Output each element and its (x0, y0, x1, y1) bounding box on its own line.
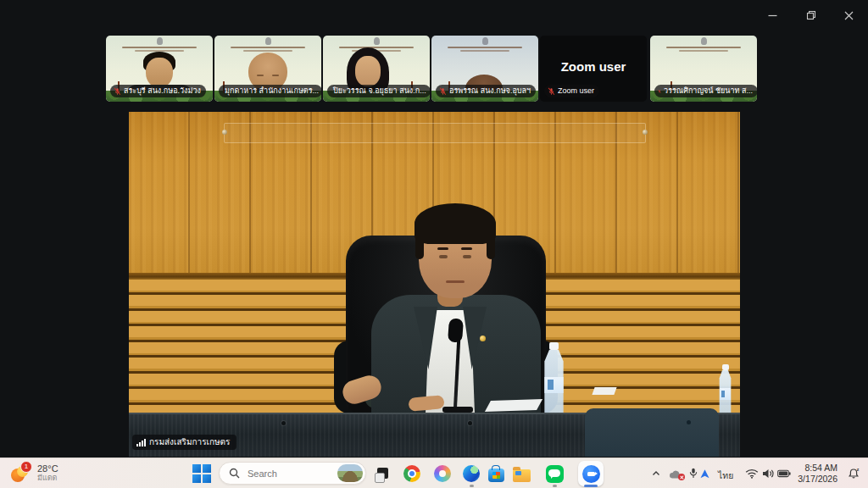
window-controls (754, 0, 868, 30)
emblem-icon (265, 37, 271, 45)
participant-face (146, 58, 173, 88)
search-bar[interactable] (219, 462, 366, 485)
participant-display-name: Zoom user (561, 59, 626, 74)
taskbar-app-store[interactable] (486, 463, 506, 484)
participant-name: อรพรรณ สนง.กษจ.อุบลฯ (449, 86, 531, 96)
audio-level-icon (136, 438, 146, 447)
active-speaker-name: กรมส่งเสริมการเกษตร (149, 437, 230, 447)
taskbar-app-zoom[interactable] (578, 461, 604, 486)
tray-chevron-button[interactable] (651, 469, 661, 479)
clock-time: 8:54 AM (798, 463, 837, 474)
taskbar-app-chrome[interactable] (402, 463, 422, 484)
participant-tile[interactable]: มุกดาหาร สำนักงานเกษตร... (214, 36, 321, 102)
active-speaker-nameplate: กรมส่งเสริมการเกษตร (132, 435, 236, 450)
participant-face (355, 56, 381, 86)
emblem-icon (157, 37, 163, 45)
battery-icon (777, 469, 791, 478)
participant-nameplate: มุกดาหาร สำนักงานเกษตร... (219, 85, 321, 97)
search-input[interactable] (246, 468, 337, 480)
battery-indicator[interactable] (777, 469, 791, 478)
taskbar-app-file-explorer[interactable] (511, 463, 531, 484)
microsoft-store-icon (488, 469, 504, 482)
zoom-active-indicator (584, 485, 598, 487)
location-arrow-icon (700, 469, 709, 479)
clock[interactable]: 8:54 AM 3/17/2026 (798, 463, 837, 485)
chrome-icon (403, 465, 420, 482)
edge-icon (463, 465, 480, 482)
onedrive-error-badge (678, 474, 685, 480)
weather-temperature: 28°C (37, 463, 58, 474)
search-highlight-image[interactable] (337, 464, 363, 482)
taskbar-app-edge[interactable] (461, 463, 481, 484)
task-view-button[interactable] (371, 463, 392, 484)
line-icon (546, 465, 564, 483)
minimize-button[interactable] (754, 0, 792, 30)
notification-badge: 1 (20, 461, 32, 473)
weather-widget[interactable]: 1 28°C มีแดด (7, 458, 62, 488)
participant-name: Zoom user (558, 86, 594, 96)
wall-sign-strip (224, 123, 646, 143)
participant-nameplate: วรรณศิกาญจน์ ชัยนาท ส... (654, 85, 757, 97)
copilot-icon (434, 465, 451, 482)
participant-nameplate: Zoom user (544, 85, 599, 97)
participant-nameplate: อรพรรณ สนง.กษจ.อุบลฯ (436, 85, 536, 97)
participant-name: มุกดาหาร สำนักงานเกษตร... (225, 86, 319, 96)
volume-button[interactable] (762, 469, 775, 479)
speaker-icon (762, 469, 775, 479)
participant-filmstrip: สระบุรี สนง.กษอ.วังม่วง มุกดาหาร สำนักงา… (106, 36, 759, 102)
participant-name: สระบุรี สนง.กษอ.วังม่วง (124, 86, 201, 96)
onedrive-tray-button[interactable] (668, 468, 683, 479)
edge-running-indicator (470, 485, 474, 487)
language-indicator[interactable]: ไทย (718, 469, 733, 483)
taskbar-app-copilot[interactable] (432, 463, 453, 484)
file-explorer-icon (513, 469, 531, 482)
emblem-icon (482, 37, 488, 45)
restore-button[interactable] (792, 0, 830, 30)
mic-muted-icon (548, 87, 555, 96)
lapel-pin (480, 336, 486, 341)
participant-tile[interactable]: อรพรรณ สนง.กษจ.อุบลฯ (431, 36, 538, 102)
monitor-back (585, 408, 719, 457)
participant-tile[interactable]: ปิยะวรรณ จ.อยุธยา สนง.ก... (323, 36, 430, 102)
microphone-in-use-indicator[interactable] (689, 468, 698, 479)
weather-condition: มีแดด (37, 474, 58, 483)
paper-on-desk (485, 399, 542, 412)
participant-tile[interactable]: วรรณศิกาญจน์ ชัยนาท ส... (650, 36, 757, 102)
clock-date: 3/17/2026 (798, 474, 837, 485)
notification-center-button[interactable]: z (848, 467, 860, 480)
emblem-icon (374, 37, 380, 45)
microphone-icon (689, 468, 698, 479)
windows-taskbar: 1 28°C มีแดด (0, 458, 868, 488)
mic-muted-icon (114, 87, 121, 96)
wifi-button[interactable] (745, 469, 759, 479)
virtual-background-banner (106, 37, 213, 52)
do-not-disturb-bell-icon: z (848, 467, 860, 480)
emblem-icon (701, 37, 707, 45)
participant-nameplate: ปิยะวรรณ จ.อยุธยา สนง.ก... (327, 85, 430, 97)
participant-name: วรรณศิกาญจน์ ชัยนาท ส... (664, 86, 753, 96)
line-running-indicator (553, 485, 557, 487)
zoom-icon (582, 465, 600, 483)
start-button[interactable] (192, 464, 211, 483)
wifi-icon (745, 469, 759, 479)
close-button[interactable] (830, 0, 868, 30)
mic-muted-icon (658, 87, 661, 96)
water-bottle (717, 364, 733, 413)
chevron-up-icon (651, 469, 661, 479)
weather-sun-icon: 1 (10, 463, 31, 484)
participant-tile[interactable]: Zoom user Zoom user (540, 36, 647, 102)
water-bottle (541, 342, 567, 413)
participant-tile[interactable]: สระบุรี สนง.กษอ.วังม่วง (106, 36, 213, 102)
location-in-use-indicator[interactable] (700, 469, 709, 479)
participant-nameplate: สระบุรี สนง.กษอ.วังม่วง (110, 85, 206, 97)
participant-name: ปิยะวรรณ จ.อยุธยา สนง.ก... (333, 86, 426, 96)
dnd-z-glyph: z (857, 467, 860, 472)
main-speaker-video: กรมส่งเสริมการเกษตร (129, 112, 740, 457)
mic-muted-icon (439, 87, 447, 96)
taskbar-app-line[interactable] (544, 463, 565, 484)
search-icon (229, 468, 240, 479)
